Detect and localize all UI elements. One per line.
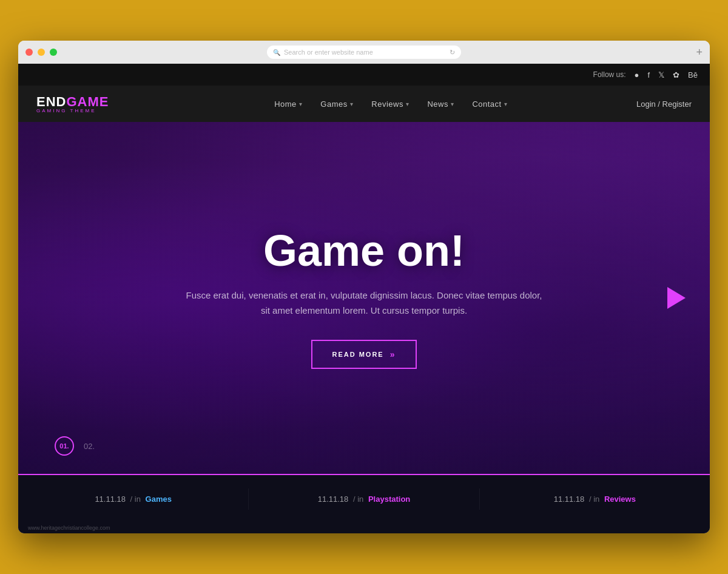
home-chevron-icon: ▾: [299, 101, 303, 107]
nav-reviews[interactable]: Reviews ▾: [371, 100, 409, 109]
nav-games[interactable]: Games ▾: [320, 100, 353, 109]
bottom-in-1: / in: [130, 495, 141, 504]
bottom-category-2[interactable]: Playstation: [368, 495, 410, 504]
navbar: ENDGAME GAMING THEME Home ▾ Games ▾ Revi…: [18, 86, 710, 122]
site-logo[interactable]: ENDGAME GAMING THEME: [36, 94, 109, 113]
refresh-icon[interactable]: ↻: [450, 49, 455, 56]
bottom-item-1: 11.11.18 / in Games: [18, 488, 249, 510]
site-wrapper: Follow us: ● f 𝕏 ✿ Bē ENDGAME GAMING THE…: [18, 64, 710, 533]
slide-1-indicator[interactable]: 01.: [55, 436, 74, 456]
reviews-chevron-icon: ▾: [406, 101, 410, 107]
follow-label: Follow us:: [593, 70, 626, 79]
social-behance-icon[interactable]: Bē: [688, 70, 698, 79]
site-footer: www.heritagechristiancollege.com: [18, 522, 710, 533]
footer-credit: www.heritagechristiancollege.com: [28, 525, 110, 531]
nav-news[interactable]: News ▾: [427, 100, 454, 109]
cta-chevrons-icon: »: [390, 349, 396, 359]
minimize-btn[interactable]: [38, 49, 45, 56]
bottom-date-3: 11.11.18: [554, 495, 585, 504]
play-button[interactable]: [667, 287, 686, 309]
hero-section: Game on! Fusce erat dui, venenatis et er…: [18, 122, 710, 474]
games-chevron-icon: ▾: [350, 101, 354, 107]
contact-chevron-icon: ▾: [504, 101, 508, 107]
nav-links: Home ▾ Games ▾ Reviews ▾ News ▾ Contact: [145, 100, 636, 109]
play-triangle-icon: [667, 287, 686, 309]
hero-cta-button[interactable]: READ MORE »: [311, 340, 416, 369]
hero-subtitle: Fusce erat dui, venenatis et erat in, vu…: [186, 288, 542, 319]
maximize-btn[interactable]: [50, 49, 57, 56]
top-bar: Follow us: ● f 𝕏 ✿ Bē: [18, 64, 710, 86]
nav-contact[interactable]: Contact ▾: [472, 100, 507, 109]
bottom-item-2: 11.11.18 / in Playstation: [249, 488, 479, 510]
bottom-category-1[interactable]: Games: [146, 495, 172, 504]
close-btn[interactable]: [25, 49, 33, 56]
bottom-item-3: 11.11.18 / in Reviews: [480, 488, 710, 510]
bottom-date-1: 11.11.18: [95, 495, 126, 504]
social-instagram-icon[interactable]: ✿: [673, 70, 679, 79]
nav-home[interactable]: Home ▾: [274, 100, 302, 109]
bottom-category-3[interactable]: Reviews: [604, 495, 636, 504]
social-twitter-icon[interactable]: 𝕏: [658, 70, 664, 79]
logo-end: END: [36, 94, 66, 109]
bottom-in-2: / in: [353, 495, 363, 504]
hero-content: Game on! Fusce erat dui, venenatis et er…: [162, 227, 567, 368]
nav-login-button[interactable]: Login / Register: [636, 100, 692, 109]
bottom-bar: 11.11.18 / in Games 11.11.18 / in Playst…: [18, 474, 710, 522]
slide-indicators: 01. 02.: [55, 436, 95, 456]
address-bar[interactable]: 🔍 Search or enter website name ↻: [267, 46, 461, 59]
hero-title: Game on!: [186, 227, 542, 275]
logo-game: GAME: [66, 94, 109, 109]
slide-2-indicator[interactable]: 02.: [84, 442, 95, 451]
address-text: Search or enter website name: [284, 49, 373, 56]
new-tab-button[interactable]: +: [696, 47, 703, 58]
social-facebook-icon[interactable]: f: [647, 70, 650, 79]
search-icon: 🔍: [273, 49, 280, 56]
bottom-in-3: / in: [589, 495, 599, 504]
social-dribbble-icon[interactable]: ●: [635, 70, 639, 79]
browser-window: 🔍 Search or enter website name ↻ + Follo…: [18, 41, 710, 533]
logo-subtitle: GAMING THEME: [36, 108, 109, 113]
browser-titlebar: 🔍 Search or enter website name ↻ +: [18, 41, 710, 64]
news-chevron-icon: ▾: [451, 101, 454, 107]
bottom-date-2: 11.11.18: [318, 495, 349, 504]
